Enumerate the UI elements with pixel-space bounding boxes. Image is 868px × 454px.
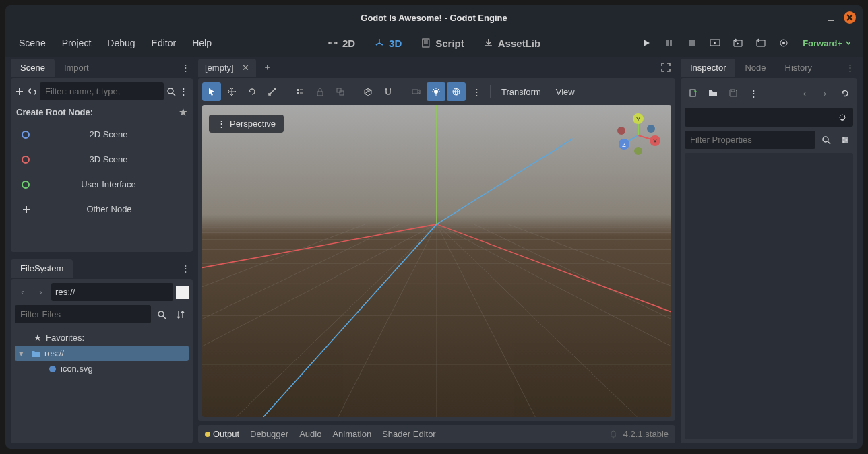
select-tool-icon[interactable] <box>202 82 221 101</box>
list-select-icon[interactable] <box>290 82 309 101</box>
viewport-3d[interactable]: ⋮ Perspective Y X Z <box>202 105 671 417</box>
inspector-panel-menu-icon[interactable]: ⋮ <box>843 60 857 75</box>
file-search-icon[interactable] <box>154 306 170 323</box>
camera-preview-icon[interactable] <box>406 82 425 101</box>
menu-editor[interactable]: Editor <box>145 34 183 53</box>
svg-point-54 <box>634 147 642 155</box>
svg-rect-11 <box>297 89 299 91</box>
path-input[interactable] <box>51 283 173 301</box>
mode-3d[interactable]: 3D <box>370 35 406 52</box>
bottom-tab-animation[interactable]: Animation <box>332 429 371 439</box>
inspector-more-icon[interactable]: ⋮ <box>745 85 762 101</box>
scene-panel-menu-icon[interactable]: ⋮ <box>179 60 193 75</box>
svg-point-9 <box>158 311 164 317</box>
orientation-gizmo[interactable]: Y X Z <box>615 112 662 159</box>
favorites-row[interactable]: ★ Favorites: <box>15 330 189 346</box>
sun-preview-icon[interactable] <box>427 82 445 101</box>
create-ui-scene[interactable]: User Interface <box>15 174 189 195</box>
add-node-icon[interactable] <box>15 84 25 100</box>
stop-button[interactable] <box>684 35 700 51</box>
play-button[interactable] <box>638 35 654 51</box>
history-forward-icon[interactable]: › <box>817 85 833 101</box>
rotate-tool-icon[interactable] <box>243 82 261 101</box>
svg-point-17 <box>434 90 438 94</box>
property-search-icon[interactable] <box>818 132 834 148</box>
transform-menu[interactable]: Transform <box>495 84 548 100</box>
distraction-free-icon[interactable] <box>656 58 675 77</box>
menu-project[interactable]: Project <box>55 34 98 53</box>
snap-icon[interactable] <box>379 82 398 101</box>
tab-inspector[interactable]: Inspector <box>681 59 735 77</box>
create-3d-scene[interactable]: 3D Scene <box>15 149 189 170</box>
close-button[interactable] <box>844 11 856 24</box>
history-refresh-icon[interactable] <box>837 85 853 101</box>
svg-point-7 <box>782 42 785 44</box>
play-custom-button[interactable] <box>753 35 769 51</box>
search-icon[interactable] <box>166 84 177 100</box>
load-resource-icon[interactable] <box>705 85 721 101</box>
close-tab-icon[interactable]: ✕ <box>242 63 249 73</box>
group-icon[interactable] <box>331 82 350 101</box>
create-other-node[interactable]: Other Node <box>15 199 189 220</box>
menu-help[interactable]: Help <box>185 34 218 53</box>
file-filter-input[interactable] <box>15 305 151 323</box>
svg-rect-14 <box>337 88 341 92</box>
movie-maker-button[interactable] <box>776 35 792 51</box>
tab-node[interactable]: Node <box>735 59 775 77</box>
new-resource-icon[interactable] <box>685 85 701 101</box>
tab-filesystem[interactable]: FileSystem <box>11 259 73 278</box>
filesystem-panel-menu-icon[interactable]: ⋮ <box>179 261 193 276</box>
history-back-icon[interactable]: ‹ <box>797 85 813 101</box>
minimize-button[interactable] <box>825 11 837 24</box>
bottom-tab-output[interactable]: Output <box>205 429 239 439</box>
link-icon[interactable] <box>28 84 38 100</box>
bottom-tab-audio[interactable]: Audio <box>299 429 321 439</box>
favorite-icon[interactable]: ★ <box>179 107 187 117</box>
bottom-tab-shader[interactable]: Shader Editor <box>382 429 436 439</box>
scene-more-icon[interactable]: ⋮ <box>179 84 189 100</box>
mode-2d[interactable]: 2D <box>323 35 359 52</box>
property-filter-input[interactable] <box>685 131 815 149</box>
svg-point-8 <box>168 88 173 94</box>
color-swatch[interactable] <box>176 286 189 299</box>
nav-forward-icon[interactable]: › <box>33 284 49 300</box>
image-file-icon <box>49 365 57 373</box>
scene-tab-empty[interactable]: [empty] ✕ <box>198 59 256 77</box>
mode-assetlib[interactable]: AssetLib <box>479 35 545 52</box>
scene-filter-input[interactable] <box>40 82 164 100</box>
pause-button[interactable] <box>661 35 677 51</box>
lock-icon[interactable] <box>311 82 330 101</box>
viewport-more-icon[interactable]: ⋮ <box>467 82 486 101</box>
bottom-tab-debugger[interactable]: Debugger <box>250 429 288 439</box>
tab-scene[interactable]: Scene <box>11 59 55 77</box>
tab-history[interactable]: History <box>776 59 822 77</box>
renderer-select[interactable]: Forward+ <box>799 38 856 48</box>
scale-tool-icon[interactable] <box>263 82 282 101</box>
version-label: 4.2.1.stable <box>623 429 669 439</box>
bell-icon[interactable] <box>609 430 618 439</box>
nav-back-icon[interactable]: ‹ <box>15 284 30 300</box>
sort-icon[interactable] <box>173 306 189 323</box>
perspective-badge[interactable]: ⋮ Perspective <box>209 115 284 133</box>
svg-point-59 <box>843 137 845 139</box>
view-menu[interactable]: View <box>549 84 582 100</box>
res-root-row[interactable]: ▾ res:// <box>15 346 189 361</box>
menu-scene[interactable]: Scene <box>12 34 53 53</box>
add-scene-tab-icon[interactable]: ＋ <box>256 57 278 77</box>
save-resource-icon[interactable] <box>725 85 741 101</box>
menu-debug[interactable]: Debug <box>100 34 142 53</box>
svg-point-53 <box>617 127 625 135</box>
create-2d-scene[interactable]: 2D Scene <box>15 124 189 145</box>
play-scene-button[interactable] <box>730 35 746 51</box>
file-row-icon-svg[interactable]: icon.svg <box>15 361 189 377</box>
run-remote-button[interactable] <box>707 35 723 51</box>
tab-import[interactable]: Import <box>55 59 98 77</box>
local-space-icon[interactable] <box>359 82 377 101</box>
svg-text:X: X <box>653 138 657 145</box>
property-settings-icon[interactable] <box>837 132 853 148</box>
move-tool-icon[interactable] <box>222 82 241 101</box>
env-preview-icon[interactable] <box>447 82 466 101</box>
object-extra-icon[interactable] <box>834 109 850 125</box>
svg-rect-12 <box>297 92 299 94</box>
mode-script[interactable]: Script <box>416 35 468 52</box>
